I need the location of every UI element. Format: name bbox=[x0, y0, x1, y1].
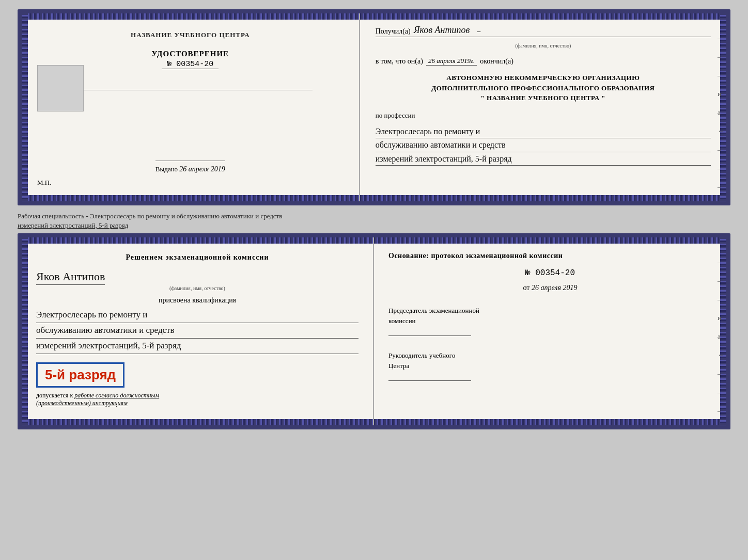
bottom-doc-right: Основание: протокол экзаменационной коми… bbox=[374, 237, 726, 425]
side-marks-bottom: – – – и а ← – – – bbox=[718, 258, 724, 415]
prof-line2: обслуживанию автоматики и средств bbox=[376, 138, 711, 152]
org-line3: " НАЗВАНИЕ УЧЕБНОГО ЦЕНТРА " bbox=[376, 93, 711, 103]
predsedatel-title2: комиссии bbox=[388, 317, 416, 325]
poluchil-name: Яков Антипов bbox=[414, 25, 470, 36]
poluchil-dash: – bbox=[477, 27, 480, 36]
bottom-doc-left: Решением экзаменационной комиссии Яков А… bbox=[22, 237, 374, 425]
udostoverenie-block: УДОСТОВЕРЕНИЕ № 00354-20 bbox=[152, 50, 229, 69]
ruk-signature-line bbox=[388, 372, 471, 381]
separator-line2: измерений электростанций, 5-й разряд bbox=[18, 221, 730, 230]
ruk-block: Руководитель учебного Центра bbox=[388, 350, 712, 381]
dopusk-line: допускается к работе согласно должностны… bbox=[36, 392, 359, 407]
razryad-badge: 5-й разряд bbox=[36, 362, 124, 388]
ruk-title: Руководитель учебного Центра bbox=[388, 350, 712, 371]
ruk-title1: Руководитель учебного bbox=[388, 351, 455, 359]
vtom-label: в том, что он(а) bbox=[376, 57, 423, 66]
org-line2: ДОПОЛНИТЕЛЬНОГО ПРОФЕССИОНАЛЬНОГО ОБРАЗО… bbox=[376, 83, 711, 93]
resheniem-title1: Решением экзаменационной комиссии bbox=[126, 253, 269, 261]
ruk-title2: Центра bbox=[388, 362, 409, 370]
predsedatel-block: Председатель экзаменационной комиссии bbox=[388, 306, 712, 336]
document-bottom: Решением экзаменационной комиссии Яков А… bbox=[18, 233, 730, 429]
prof-line3: измерений электростанций, 5-й разряд bbox=[376, 152, 711, 166]
prof-handwriting-block: Электрослесарь по ремонту и обслуживанию… bbox=[376, 125, 711, 166]
dopusk-val2: (производственным) инструкциям bbox=[36, 399, 128, 407]
vydano-label: Выдано bbox=[155, 165, 178, 173]
poluchil-label: Получил(а) bbox=[376, 27, 411, 36]
org-line1: АВТОНОМНУЮ НЕКОММЕРЧЕСКУЮ ОРГАНИЗАЦИЮ bbox=[376, 73, 711, 83]
bottom-fio-label: (фамилия, имя, отчество) bbox=[36, 285, 359, 291]
resheniem-title: Решением экзаменационной комиссии bbox=[36, 252, 359, 263]
predsedatel-signature-line bbox=[388, 327, 471, 336]
separator-text-block: Рабочая специальность - Электрослесарь п… bbox=[18, 212, 730, 230]
ot-date: 26 апреля 2019 bbox=[532, 284, 577, 292]
org-block: АВТОНОМНУЮ НЕКОММЕРЧЕСКУЮ ОРГАНИЗАЦИЮ ДО… bbox=[376, 73, 711, 103]
osnovanie-title: Основание: протокол экзаменационной коми… bbox=[388, 252, 712, 260]
vydano-line: Выдано 26 апреля 2019 bbox=[155, 161, 225, 173]
bottom-fio-block: Яков Антипов (фамилия, имя, отчество) bbox=[36, 267, 359, 291]
prisvoena-line: присвоена квалификация bbox=[36, 296, 359, 305]
kvali-block: Электрослесарь по ремонту и обслуживанию… bbox=[36, 308, 359, 354]
fio-sublabel: (фамилия, имя, отчество) bbox=[376, 43, 711, 49]
predsedatel-title: Председатель экзаменационной комиссии bbox=[388, 306, 712, 326]
kvali-line1: Электрослесарь по ремонту и bbox=[36, 308, 359, 323]
po-professii-label: по профессии bbox=[376, 111, 415, 119]
side-marks-top: – – – и а ← – – – bbox=[718, 34, 724, 191]
top-doc-left: НАЗВАНИЕ УЧЕБНОГО ЦЕНТРА УДОСТОВЕРЕНИЕ №… bbox=[22, 13, 360, 201]
bottom-fio-name: Яков Антипов bbox=[36, 270, 105, 285]
razryad-badge-block: 5-й разряд bbox=[36, 358, 359, 388]
dopusk-val: работе согласно должностным bbox=[74, 392, 159, 399]
udostoverenie-title: УДОСТОВЕРЕНИЕ bbox=[152, 50, 229, 58]
udostoverenie-num: № 00354-20 bbox=[162, 60, 219, 69]
dopusk-label: допускается к bbox=[36, 392, 73, 399]
vtom-date: 26 апреля 2019г. bbox=[426, 57, 477, 66]
kvali-line3: измерений электростанций, 5-й разряд bbox=[36, 339, 359, 354]
okonchil-label: окончил(а) bbox=[480, 57, 513, 66]
separator-line1: Рабочая специальность - Электрослесарь п… bbox=[18, 212, 730, 221]
top-doc-right: Получил(а) Яков Антипов – (фамилия, имя,… bbox=[360, 13, 726, 201]
stamp-placeholder bbox=[37, 65, 84, 111]
vydano-date: 26 апреля 2019 bbox=[179, 165, 225, 173]
fio-label-top: (фамилия, имя, отчество) bbox=[376, 42, 711, 49]
document-top: НАЗВАНИЕ УЧЕБНОГО ЦЕНТРА УДОСТОВЕРЕНИЕ №… bbox=[18, 9, 730, 205]
ot-label: от bbox=[523, 284, 530, 292]
protokol-num: № 00354-20 bbox=[388, 268, 712, 278]
training-center-title: НАЗВАНИЕ УЧЕБНОГО ЦЕНТРА bbox=[131, 31, 250, 39]
poluchil-line: Получил(а) Яков Антипов – bbox=[376, 25, 711, 37]
predsedatel-title1: Председатель экзаменационной bbox=[388, 307, 479, 314]
ot-line: от 26 апреля 2019 bbox=[388, 284, 712, 292]
kvali-line2: обслуживанию автоматики и средств bbox=[36, 323, 359, 339]
mp-line: М.П. bbox=[37, 179, 51, 187]
vtom-line: в том, что он(а) 26 апреля 2019г. окончи… bbox=[376, 57, 711, 66]
prof-line1: Электрослесарь по ремонту и bbox=[376, 125, 711, 139]
po-professii: по профессии bbox=[376, 111, 711, 120]
